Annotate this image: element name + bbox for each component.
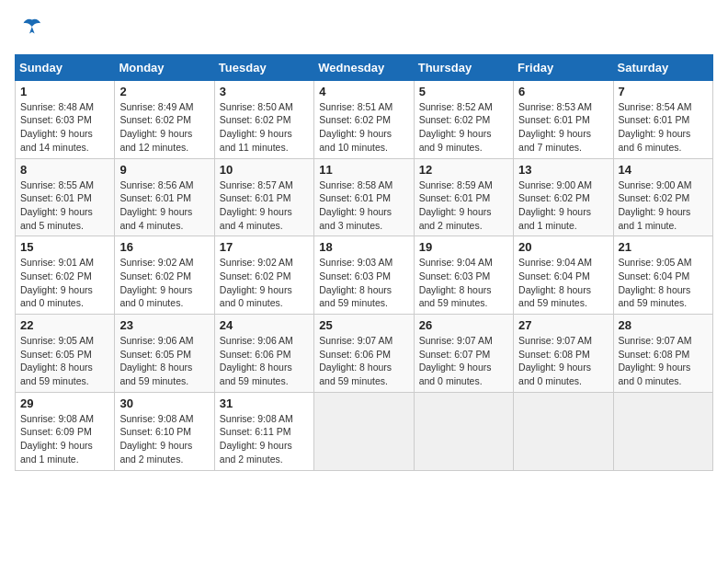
sunset-label: Sunset: 6:02 PM bbox=[119, 114, 191, 125]
day-cell: 17 Sunrise: 9:02 AM Sunset: 6:02 PM Dayl… bbox=[214, 236, 313, 315]
day-info: Sunrise: 9:04 AM Sunset: 6:04 PM Dayligh… bbox=[518, 256, 608, 310]
sunset-label: Sunset: 6:01 PM bbox=[119, 192, 191, 203]
daylight-label: Daylight: 9 hours and 3 minutes. bbox=[319, 206, 392, 231]
sunset-label: Sunset: 6:09 PM bbox=[20, 426, 92, 437]
day-info: Sunrise: 9:07 AM Sunset: 6:08 PM Dayligh… bbox=[518, 334, 608, 388]
daylight-label: Daylight: 8 hours and 59 minutes. bbox=[419, 284, 492, 309]
logo-bird-icon bbox=[17, 15, 42, 40]
sunset-label: Sunset: 6:06 PM bbox=[220, 349, 291, 360]
day-number: 23 bbox=[119, 318, 209, 332]
sunrise-label: Sunrise: 9:08 AM bbox=[119, 413, 193, 424]
sunset-label: Sunset: 6:08 PM bbox=[518, 349, 590, 360]
daylight-label: Daylight: 9 hours and 1 minute. bbox=[619, 206, 691, 231]
day-cell: 19 Sunrise: 9:04 AM Sunset: 6:03 PM Dayl… bbox=[414, 236, 513, 315]
daylight-label: Daylight: 9 hours and 0 minutes. bbox=[20, 284, 93, 309]
daylight-label: Daylight: 8 hours and 59 minutes. bbox=[518, 284, 591, 309]
day-number: 2 bbox=[119, 85, 209, 98]
sunrise-label: Sunrise: 9:07 AM bbox=[319, 335, 392, 346]
day-number: 15 bbox=[20, 240, 109, 254]
day-info: Sunrise: 9:06 AM Sunset: 6:05 PM Dayligh… bbox=[119, 334, 209, 388]
sunset-label: Sunset: 6:01 PM bbox=[319, 192, 391, 203]
sunset-label: Sunset: 6:01 PM bbox=[220, 192, 291, 203]
daylight-label: Daylight: 9 hours and 2 minutes. bbox=[220, 440, 292, 465]
sunset-label: Sunset: 6:03 PM bbox=[20, 114, 92, 125]
daylight-label: Daylight: 8 hours and 59 minutes. bbox=[319, 362, 392, 386]
day-cell: 28 Sunrise: 9:07 AM Sunset: 6:08 PM Dayl… bbox=[613, 315, 712, 393]
day-number: 21 bbox=[619, 240, 708, 254]
sunrise-label: Sunrise: 9:08 AM bbox=[20, 413, 94, 424]
day-number: 3 bbox=[220, 85, 309, 98]
day-cell: 30 Sunrise: 9:08 AM Sunset: 6:10 PM Dayl… bbox=[115, 392, 214, 470]
day-info: Sunrise: 8:48 AM Sunset: 6:03 PM Dayligh… bbox=[20, 100, 109, 155]
day-cell: 13 Sunrise: 9:00 AM Sunset: 6:02 PM Dayl… bbox=[514, 158, 613, 236]
day-number: 11 bbox=[319, 163, 408, 177]
daylight-label: Daylight: 9 hours and 14 minutes. bbox=[20, 128, 93, 153]
day-info: Sunrise: 8:51 AM Sunset: 6:02 PM Dayligh… bbox=[319, 100, 408, 155]
sunset-label: Sunset: 6:02 PM bbox=[419, 114, 491, 125]
weekday-thursday: Thursday bbox=[414, 54, 513, 80]
day-info: Sunrise: 9:08 AM Sunset: 6:09 PM Dayligh… bbox=[20, 412, 109, 466]
daylight-label: Daylight: 9 hours and 0 minutes. bbox=[518, 362, 591, 386]
day-number: 14 bbox=[619, 163, 708, 177]
calendar-body: 1 Sunrise: 8:48 AM Sunset: 6:03 PM Dayli… bbox=[16, 80, 713, 470]
week-row-4: 22 Sunrise: 9:05 AM Sunset: 6:05 PM Dayl… bbox=[16, 315, 713, 393]
day-number: 20 bbox=[518, 240, 608, 254]
sunrise-label: Sunrise: 9:00 AM bbox=[518, 179, 592, 190]
day-number: 26 bbox=[419, 318, 508, 332]
sunrise-label: Sunrise: 8:52 AM bbox=[419, 101, 493, 112]
sunrise-label: Sunrise: 8:51 AM bbox=[319, 101, 392, 112]
sunrise-label: Sunrise: 9:06 AM bbox=[119, 335, 193, 346]
sunrise-label: Sunrise: 9:00 AM bbox=[619, 179, 692, 190]
day-number: 16 bbox=[119, 240, 209, 254]
sunset-label: Sunset: 6:04 PM bbox=[619, 270, 690, 282]
day-info: Sunrise: 9:02 AM Sunset: 6:02 PM Dayligh… bbox=[119, 256, 209, 310]
day-number: 7 bbox=[619, 85, 708, 98]
day-cell: 7 Sunrise: 8:54 AM Sunset: 6:01 PM Dayli… bbox=[613, 80, 712, 158]
day-cell: 11 Sunrise: 8:58 AM Sunset: 6:01 PM Dayl… bbox=[314, 158, 414, 236]
sunrise-label: Sunrise: 8:50 AM bbox=[220, 101, 293, 112]
day-number: 5 bbox=[419, 85, 508, 98]
day-info: Sunrise: 9:07 AM Sunset: 6:08 PM Dayligh… bbox=[619, 334, 708, 388]
day-cell: 12 Sunrise: 8:59 AM Sunset: 6:01 PM Dayl… bbox=[414, 158, 513, 236]
daylight-label: Daylight: 8 hours and 59 minutes. bbox=[619, 284, 691, 309]
daylight-label: Daylight: 9 hours and 11 minutes. bbox=[220, 128, 292, 153]
daylight-label: Daylight: 9 hours and 1 minute. bbox=[20, 440, 93, 465]
day-info: Sunrise: 9:05 AM Sunset: 6:05 PM Dayligh… bbox=[20, 334, 109, 388]
day-number: 12 bbox=[419, 163, 508, 177]
sunrise-label: Sunrise: 8:59 AM bbox=[419, 179, 493, 190]
day-number: 31 bbox=[220, 396, 309, 410]
day-number: 4 bbox=[319, 85, 408, 98]
sunset-label: Sunset: 6:03 PM bbox=[319, 270, 391, 282]
day-number: 17 bbox=[220, 240, 309, 254]
sunrise-label: Sunrise: 9:02 AM bbox=[119, 257, 193, 268]
sunset-label: Sunset: 6:08 PM bbox=[619, 349, 690, 360]
day-number: 30 bbox=[119, 396, 209, 410]
sunset-label: Sunset: 6:10 PM bbox=[119, 426, 191, 437]
sunrise-label: Sunrise: 8:57 AM bbox=[220, 179, 293, 190]
day-number: 29 bbox=[20, 396, 109, 410]
sunrise-label: Sunrise: 9:01 AM bbox=[20, 257, 94, 268]
weekday-saturday: Saturday bbox=[613, 54, 712, 80]
weekday-header-row: SundayMondayTuesdayWednesdayThursdayFrid… bbox=[16, 54, 713, 80]
day-info: Sunrise: 9:03 AM Sunset: 6:03 PM Dayligh… bbox=[319, 256, 408, 310]
day-info: Sunrise: 9:08 AM Sunset: 6:11 PM Dayligh… bbox=[220, 412, 309, 466]
day-info: Sunrise: 8:58 AM Sunset: 6:01 PM Dayligh… bbox=[319, 178, 408, 233]
sunset-label: Sunset: 6:03 PM bbox=[419, 270, 491, 282]
weekday-friday: Friday bbox=[514, 54, 613, 80]
day-cell: 31 Sunrise: 9:08 AM Sunset: 6:11 PM Dayl… bbox=[214, 392, 313, 470]
sunset-label: Sunset: 6:01 PM bbox=[419, 192, 491, 203]
day-cell: 1 Sunrise: 8:48 AM Sunset: 6:03 PM Dayli… bbox=[16, 80, 115, 158]
sunrise-label: Sunrise: 9:03 AM bbox=[319, 257, 392, 268]
day-info: Sunrise: 9:05 AM Sunset: 6:04 PM Dayligh… bbox=[619, 256, 708, 310]
day-cell bbox=[514, 392, 613, 470]
weekday-monday: Monday bbox=[115, 54, 214, 80]
sunset-label: Sunset: 6:02 PM bbox=[119, 270, 191, 282]
day-cell: 3 Sunrise: 8:50 AM Sunset: 6:02 PM Dayli… bbox=[214, 80, 313, 158]
daylight-label: Daylight: 9 hours and 0 minutes. bbox=[220, 284, 292, 309]
sunset-label: Sunset: 6:02 PM bbox=[220, 114, 291, 125]
daylight-label: Daylight: 8 hours and 59 minutes. bbox=[119, 362, 192, 386]
sunrise-label: Sunrise: 9:08 AM bbox=[220, 413, 293, 424]
day-cell: 27 Sunrise: 9:07 AM Sunset: 6:08 PM Dayl… bbox=[514, 315, 613, 393]
day-number: 28 bbox=[619, 318, 708, 332]
daylight-label: Daylight: 9 hours and 6 minutes. bbox=[619, 128, 691, 153]
